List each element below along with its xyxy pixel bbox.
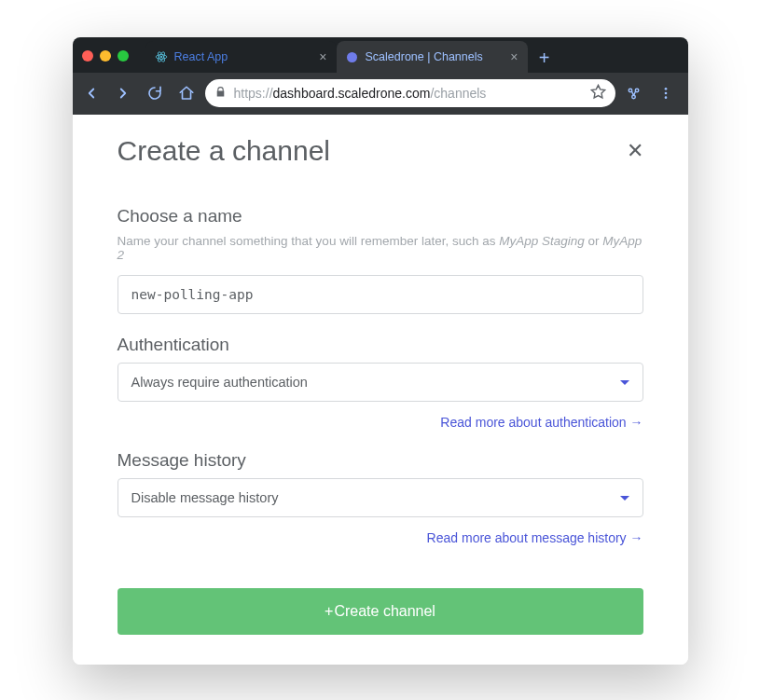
svg-marker-4 [591,85,604,97]
close-tab-icon[interactable]: × [317,49,328,64]
channel-name-input[interactable] [117,275,643,314]
tab-title: React App [174,50,311,63]
reload-button[interactable] [142,80,168,106]
svg-point-10 [664,96,667,99]
authentication-section: Authentication Always require authentica… [117,335,643,430]
address-bar: https://dashboard.scaledrone.com/channel… [73,73,688,115]
window-controls [82,50,129,73]
name-label: Choose a name [117,206,643,226]
authentication-label: Authentication [117,335,643,355]
forward-button[interactable] [110,80,136,106]
minimize-window-button[interactable] [100,50,111,62]
close-window-button[interactable] [82,50,93,62]
lock-icon [214,85,227,102]
message-history-select[interactable]: Disable message history [117,478,643,517]
svg-point-9 [664,92,667,95]
extension-icon[interactable] [621,80,647,106]
tab-strip: React App × Scaledrone | Channels × + [145,41,688,73]
scaledrone-icon [346,50,359,63]
back-button[interactable] [78,80,104,106]
page-content: Create a channel ✕ Choose a name Name yo… [73,115,688,665]
browser-window: React App × Scaledrone | Channels × + [73,37,688,665]
message-history-help-link[interactable]: Read more about message history [117,530,643,545]
close-tab-icon[interactable]: × [508,49,519,64]
home-button[interactable] [173,80,200,106]
close-icon[interactable]: ✕ [627,139,643,163]
create-channel-button[interactable]: +Create channel [117,588,643,635]
page-title: Create a channel [117,135,331,167]
react-icon [155,50,168,63]
maximize-window-button[interactable] [117,50,129,62]
url-text: https://dashboard.scaledrone.com/channel… [234,86,583,101]
url-field[interactable]: https://dashboard.scaledrone.com/channel… [205,79,615,107]
authentication-help-link[interactable]: Read more about authentication [117,415,643,430]
tab-react-app[interactable]: React App × [145,41,337,73]
new-tab-button[interactable]: + [532,45,558,71]
plus-icon: + [325,603,333,619]
tab-scaledrone[interactable]: Scaledrone | Channels × [337,41,528,73]
authentication-select[interactable]: Always require authentication [117,363,643,402]
tab-title: Scaledrone | Channels [366,50,503,63]
page-header: Create a channel ✕ [117,135,643,167]
svg-point-8 [664,88,667,90]
svg-point-0 [159,56,161,58]
message-history-section: Message history Disable message history … [117,450,643,545]
name-hint: Name your channel something that you wil… [117,234,643,262]
name-section: Choose a name Name your channel somethin… [117,206,643,314]
svg-point-7 [632,95,636,99]
browser-menu-icon[interactable] [653,80,679,106]
bookmark-star-icon[interactable] [590,84,606,103]
titlebar: React App × Scaledrone | Channels × + [73,37,688,73]
message-history-label: Message history [117,450,643,471]
